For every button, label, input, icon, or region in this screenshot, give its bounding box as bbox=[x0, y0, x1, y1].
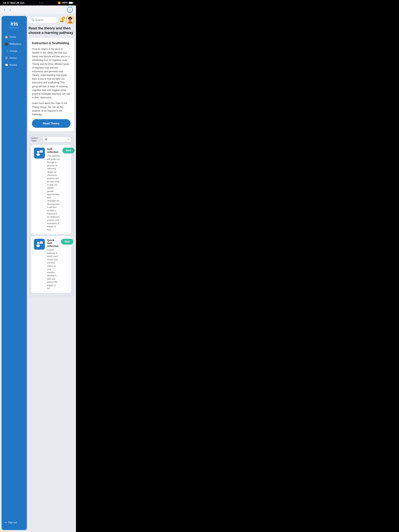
main-content: 🔍 🔔 1 bbox=[27, 14, 76, 532]
start-button-self-reflection[interactable]: Start bbox=[62, 148, 75, 153]
battery-label: 100% bbox=[62, 1, 68, 4]
sidebar-item-reflections[interactable]: ⬛ Reflections bbox=[3, 40, 25, 48]
sidebar-item-label-groups: Groups bbox=[10, 50, 17, 52]
pathway-title-self-reflection: Self-reflection bbox=[47, 148, 60, 153]
search-bar: 🔍 bbox=[28, 17, 58, 23]
quick-self-reflection-icon: ★★ bbox=[34, 239, 45, 250]
status-bar: 14:17 Wed 28 Jun 📶 100% bbox=[0, 0, 76, 6]
sidebar-item-groups[interactable]: 👥 Groups bbox=[3, 48, 25, 55]
pathway-desc-quick-self-reflection: A short pathway in which you'll record y… bbox=[47, 248, 59, 290]
status-right: 📶 100% bbox=[58, 1, 73, 4]
notification-button[interactable]: 🔔 1 bbox=[59, 18, 64, 22]
svg-point-5 bbox=[71, 17, 72, 19]
sidebar-footer: ↪ Sign out bbox=[1, 516, 27, 527]
pathway-card-self-reflection: ★★ Self-reflection This pathway will gui… bbox=[31, 145, 71, 234]
search-input[interactable] bbox=[35, 19, 55, 21]
theory-card: Instruction & Scaffolding From its origi… bbox=[28, 38, 74, 131]
svg-point-9 bbox=[71, 19, 71, 20]
select-type-row: Select Type: All Self-reflection Quick S… bbox=[31, 137, 71, 142]
read-theory-button[interactable]: Read Theory bbox=[32, 119, 71, 128]
pathways-section: Select Type: All Self-reflection Quick S… bbox=[28, 134, 74, 298]
svg-text:★★: ★★ bbox=[40, 151, 42, 152]
svg-text:★★: ★★ bbox=[40, 242, 42, 243]
sidebar-item-label-reflections: Reflections bbox=[10, 43, 21, 45]
sidebar-item-home[interactable]: 🏠 Home bbox=[3, 33, 25, 40]
back-button[interactable]: ‹ bbox=[3, 7, 6, 13]
forward-button[interactable]: › bbox=[9, 7, 12, 13]
svg-point-11 bbox=[37, 151, 39, 153]
sign-out-button[interactable]: ↪ Sign out bbox=[3, 519, 25, 525]
theory-card-body2: Learn more about this Topic in the Theor… bbox=[32, 101, 71, 116]
reflections-icon: ⬛ bbox=[5, 43, 8, 45]
avatar-image bbox=[67, 16, 74, 23]
sidebar-item-label-forms: Forms bbox=[10, 57, 16, 59]
svg-rect-16 bbox=[35, 240, 44, 249]
avatar-button[interactable] bbox=[66, 16, 74, 24]
status-center-dots bbox=[39, 2, 44, 3]
self-reflection-icon: ★★ bbox=[34, 148, 45, 158]
sign-out-icon: ↪ bbox=[5, 521, 7, 524]
pathway-content-quick-self-reflection: Quick Self-reflection A short pathway in… bbox=[47, 239, 59, 290]
logo-sub: connect bbox=[5, 27, 24, 29]
logo-text: iris bbox=[5, 21, 24, 26]
status-time-date: 14:17 Wed 28 Jun bbox=[3, 1, 24, 4]
top-bar: 🔍 🔔 1 bbox=[28, 16, 74, 24]
svg-rect-10 bbox=[35, 148, 44, 158]
sidebar-item-label-rooms: Rooms bbox=[10, 64, 17, 66]
svg-point-7 bbox=[68, 21, 72, 23]
wifi-icon: 📶 bbox=[58, 1, 61, 4]
theory-card-body1: From its origins in the work of Sweller … bbox=[32, 47, 71, 100]
svg-point-8 bbox=[69, 19, 70, 20]
svg-point-12 bbox=[36, 153, 40, 156]
pathway-card-quick-self-reflection: ★★ Quick Self-reflection A short pathway… bbox=[31, 236, 71, 293]
pathway-desc-self-reflection: This pathway will guide you through a pr… bbox=[47, 154, 60, 231]
select-type-label: Select Type: bbox=[31, 137, 40, 142]
sidebar: iris connect 🏠 Home ⬛ Reflections 👥 Grou… bbox=[1, 16, 27, 530]
pathway-content-self-reflection: Self-reflection This pathway will guide … bbox=[47, 148, 60, 231]
theory-card-title: Instruction & Scaffolding bbox=[32, 41, 71, 45]
start-button-quick-self-reflection[interactable]: Start bbox=[61, 239, 73, 245]
svg-point-17 bbox=[37, 242, 39, 244]
more-options-button[interactable]: ··· bbox=[67, 7, 73, 13]
pathway-actions-quick-self-reflection: Start bbox=[61, 239, 73, 245]
groups-icon: 👥 bbox=[5, 50, 8, 53]
home-icon: 🏠 bbox=[5, 35, 8, 38]
sidebar-logo: iris connect bbox=[1, 19, 27, 33]
nav-items: 🏠 Home ⬛ Reflections 👥 Groups ☰ Forms 💬 … bbox=[1, 33, 27, 516]
pathway-title-quick-self-reflection: Quick Self-reflection bbox=[47, 239, 59, 247]
sidebar-item-label-home: Home bbox=[10, 36, 16, 38]
rooms-icon: 💬 bbox=[5, 63, 8, 67]
page-title: Read the theory and then choose a learni… bbox=[28, 26, 74, 35]
type-select[interactable]: All Self-reflection Quick Self-reflectio… bbox=[42, 137, 71, 142]
forms-icon: ☰ bbox=[5, 57, 8, 60]
sidebar-item-forms[interactable]: ☰ Forms bbox=[3, 55, 25, 62]
notification-badge: 1 bbox=[62, 17, 65, 20]
svg-point-18 bbox=[36, 244, 40, 247]
sign-out-label: Sign out bbox=[8, 521, 17, 524]
nav-bar: ‹ › ··· bbox=[0, 6, 76, 14]
app-container: iris connect 🏠 Home ⬛ Reflections 👥 Grou… bbox=[0, 14, 76, 532]
battery-icon bbox=[69, 2, 73, 4]
pathway-actions-self-reflection: Start bbox=[62, 148, 75, 153]
sidebar-item-rooms[interactable]: 💬 Rooms bbox=[3, 62, 25, 69]
search-icon: 🔍 bbox=[31, 19, 34, 21]
